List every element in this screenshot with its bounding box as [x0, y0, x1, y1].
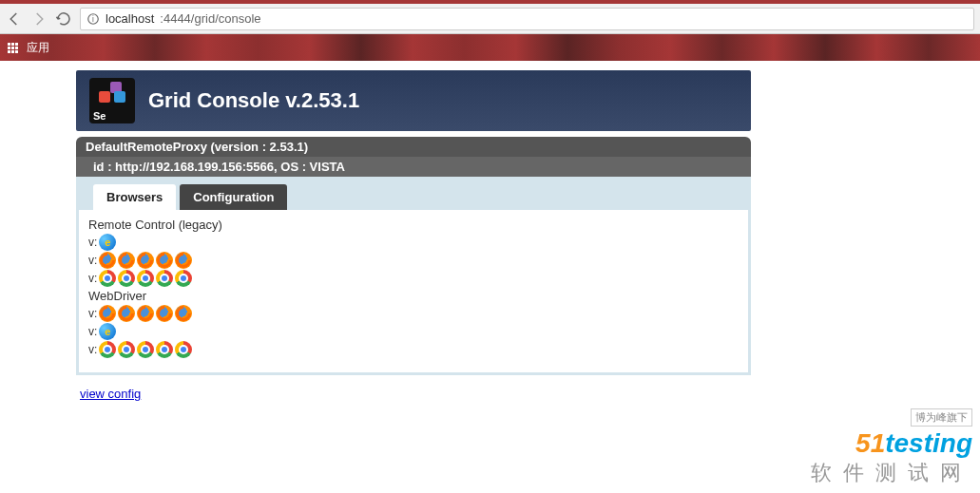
watermark-top: 博为峰旗下	[911, 408, 972, 427]
version-label: v:	[88, 325, 97, 338]
tabs: Browsers Configuration	[76, 177, 751, 210]
proxy-info: DefaultRemoteProxy (version : 2.53.1) id…	[76, 137, 751, 177]
chrome-icon[interactable]	[118, 270, 135, 287]
apps-label[interactable]: 应用	[27, 40, 49, 56]
firefox-icon[interactable]	[99, 252, 116, 269]
tab-browsers[interactable]: Browsers	[93, 184, 176, 210]
version-label: v:	[88, 254, 97, 267]
watermark-main: 51testing	[811, 428, 972, 459]
chrome-icon[interactable]	[175, 341, 192, 358]
page-content: Se Grid Console v.2.53.1 DefaultRemotePr…	[0, 61, 980, 401]
chrome-icon[interactable]	[99, 270, 116, 287]
forward-button[interactable]	[30, 10, 48, 28]
firefox-icon[interactable]	[137, 305, 154, 322]
chrome-icon[interactable]	[118, 341, 135, 358]
firefox-icon[interactable]	[175, 305, 192, 322]
apps-icon[interactable]	[8, 43, 21, 53]
chrome-icon[interactable]	[99, 341, 116, 358]
browser-row: v:	[88, 234, 739, 251]
proxy-version: DefaultRemoteProxy (version : 2.53.1)	[76, 137, 751, 157]
firefox-icon[interactable]	[99, 305, 116, 322]
view-config-link[interactable]: view config	[80, 387, 141, 401]
wd-title: WebDriver	[88, 289, 739, 303]
ie-icon[interactable]	[99, 234, 116, 251]
firefox-icon[interactable]	[118, 305, 135, 322]
chrome-icon[interactable]	[137, 341, 154, 358]
watermark-sub: 软件测试网	[811, 459, 972, 487]
reload-button[interactable]	[55, 10, 72, 28]
firefox-icon[interactable]	[156, 305, 173, 322]
bookmarks-bar: 应用	[0, 34, 980, 61]
version-label: v:	[88, 236, 97, 249]
url-path: :4444/grid/console	[160, 11, 260, 26]
browser-row: v:	[88, 341, 739, 358]
firefox-icon[interactable]	[175, 252, 192, 269]
browser-row: v:	[88, 270, 739, 287]
version-label: v:	[88, 307, 97, 320]
browser-row: v:	[88, 252, 739, 269]
info-icon: i	[86, 12, 100, 26]
rc-title: Remote Control (legacy)	[88, 218, 739, 232]
chrome-icon[interactable]	[156, 270, 173, 287]
proxy-id: id : http://192.168.199.156:5566, OS : V…	[76, 157, 751, 177]
selenium-logo: Se	[89, 78, 135, 123]
back-button[interactable]	[6, 10, 23, 28]
browsers-panel: Remote Control (legacy) v:v:v: WebDriver…	[76, 210, 751, 375]
chrome-icon[interactable]	[137, 270, 154, 287]
url-host: localhost	[106, 11, 154, 26]
firefox-icon[interactable]	[156, 252, 173, 269]
page-title: Grid Console v.2.53.1	[148, 88, 359, 113]
firefox-icon[interactable]	[118, 252, 135, 269]
version-label: v:	[88, 272, 97, 285]
address-bar[interactable]: i localhost:4444/grid/console	[80, 8, 974, 30]
chrome-icon[interactable]	[175, 270, 192, 287]
browser-row: v:	[88, 323, 739, 340]
chrome-icon[interactable]	[156, 341, 173, 358]
svg-text:i: i	[92, 14, 94, 23]
grid-header: Se Grid Console v.2.53.1	[76, 70, 751, 131]
browser-row: v:	[88, 305, 739, 322]
ie-icon[interactable]	[99, 323, 116, 340]
watermark: 博为峰旗下 51testing 软件测试网	[811, 408, 972, 487]
version-label: v:	[88, 343, 97, 356]
browser-toolbar: i localhost:4444/grid/console	[0, 4, 980, 34]
firefox-icon[interactable]	[137, 252, 154, 269]
tab-configuration[interactable]: Configuration	[180, 184, 287, 210]
